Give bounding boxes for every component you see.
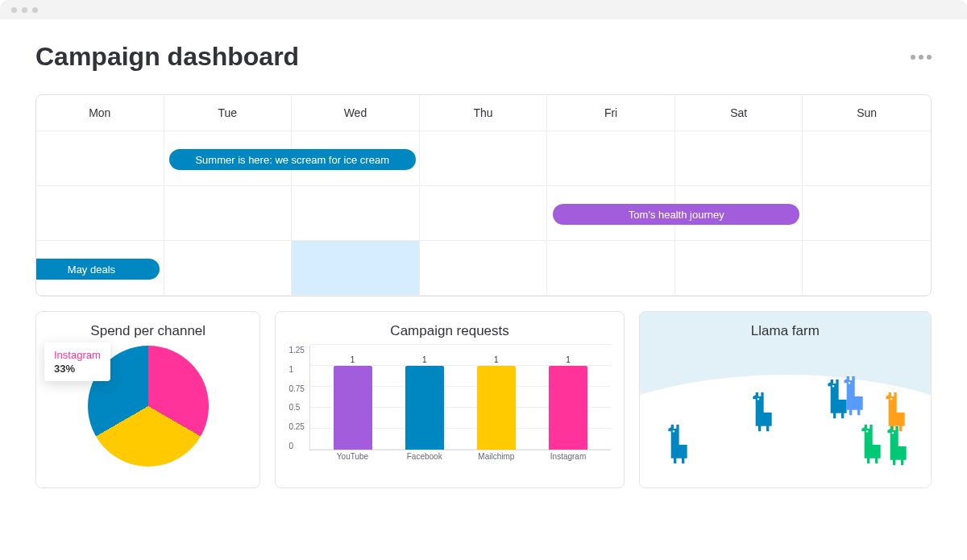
svg-point-2 <box>832 385 834 388</box>
calendar-day-header: Fri <box>547 95 675 131</box>
llama-icon <box>749 392 776 433</box>
llama-icon <box>664 425 691 465</box>
spend-per-channel-card: Spend per channel Instagram 33% <box>35 311 260 488</box>
calendar-cell[interactable] <box>420 241 548 296</box>
more-menu-button[interactable] <box>911 55 932 60</box>
y-tick: 0 <box>288 442 304 450</box>
calendar-cell[interactable] <box>547 131 675 186</box>
x-tick: YouTube <box>329 452 377 461</box>
calendar-cell[interactable] <box>164 186 293 241</box>
header: Campaign dashboard <box>35 42 932 72</box>
campaign-requests-card: Campaign requests 1.2510.750.50.250 1111… <box>275 311 624 488</box>
calendar-cell[interactable] <box>420 186 548 241</box>
pie-tooltip: Instagram 33% <box>44 342 110 381</box>
calendar-cell[interactable] <box>164 241 293 296</box>
bar-value-label: 1 <box>494 355 499 364</box>
svg-point-3 <box>848 382 850 384</box>
bar-chart[interactable]: 1.2510.750.50.250 1111 YouTubeFacebookMa… <box>288 346 610 475</box>
calendar-cell[interactable] <box>36 186 164 241</box>
window-dot <box>11 7 17 13</box>
calendar-cell[interactable] <box>675 241 803 296</box>
calendar-cell[interactable] <box>547 241 675 296</box>
calendar-day-header: Sun <box>803 95 931 131</box>
llama-icon <box>840 376 867 417</box>
y-axis: 1.2510.750.50.250 <box>288 346 309 450</box>
llama-farm-card: Llama farm <box>639 311 932 488</box>
bar-value-label: 1 <box>351 355 355 364</box>
x-tick: Facebook <box>400 452 449 461</box>
card-title: Llama farm <box>653 323 918 339</box>
llama-icon <box>883 426 911 467</box>
calendar-day-header: Tue <box>164 95 293 131</box>
x-tick: Mailchimp <box>472 452 521 461</box>
bar-value-label: 1 <box>566 355 571 364</box>
bar-value-label: 1 <box>422 355 427 364</box>
calendar-event[interactable]: Tom's health journey <box>553 204 799 225</box>
x-tick: Instagram <box>544 452 592 461</box>
svg-point-1 <box>757 398 759 400</box>
window-dot <box>22 7 27 13</box>
bar[interactable]: 1 <box>400 355 449 450</box>
y-tick: 1 <box>288 365 304 374</box>
bar[interactable]: 1 <box>544 355 592 450</box>
y-tick: 0.75 <box>288 384 304 393</box>
calendar: MonTueWedThuFriSatSun <box>35 94 932 297</box>
calendar-day-header: Mon <box>36 95 164 131</box>
card-title: Campaign requests <box>288 323 610 339</box>
y-tick: 0.25 <box>288 422 304 431</box>
calendar-event[interactable]: May deals <box>35 259 160 280</box>
calendar-day-header: Wed <box>292 95 420 131</box>
svg-point-5 <box>865 430 868 433</box>
svg-point-0 <box>672 430 674 433</box>
calendar-cell[interactable] <box>420 131 548 186</box>
svg-point-4 <box>890 398 892 400</box>
calendar-cell[interactable] <box>803 131 931 186</box>
calendar-day-header: Sat <box>675 95 803 131</box>
calendar-day-header: Thu <box>420 95 548 131</box>
tooltip-channel: Instagram <box>54 349 101 361</box>
tooltip-percent: 33% <box>54 363 101 375</box>
y-tick: 1.25 <box>288 346 304 355</box>
window-dot <box>32 7 38 13</box>
calendar-cell[interactable] <box>36 131 164 186</box>
calendar-cell[interactable] <box>292 186 420 241</box>
plot-area: 1111 YouTubeFacebookMailchimpInstagram <box>309 346 611 450</box>
calendar-cell[interactable] <box>675 131 803 186</box>
calendar-body: Summer is here: we scream for ice creamT… <box>36 131 931 296</box>
window-chrome <box>0 0 967 19</box>
calendar-header: MonTueWedThuFriSatSun <box>36 95 931 131</box>
page-title: Campaign dashboard <box>35 42 299 72</box>
calendar-cell[interactable] <box>803 241 931 296</box>
calendar-cell[interactable] <box>292 241 420 296</box>
card-title: Spend per channel <box>49 323 247 339</box>
calendar-cell[interactable] <box>803 186 931 241</box>
bar[interactable]: 1 <box>329 355 377 450</box>
calendar-event[interactable]: Summer is here: we scream for ice cream <box>169 149 416 170</box>
y-tick: 0.5 <box>288 403 304 412</box>
bar[interactable]: 1 <box>472 355 521 450</box>
llama-icon <box>857 425 885 465</box>
svg-point-6 <box>891 432 894 434</box>
